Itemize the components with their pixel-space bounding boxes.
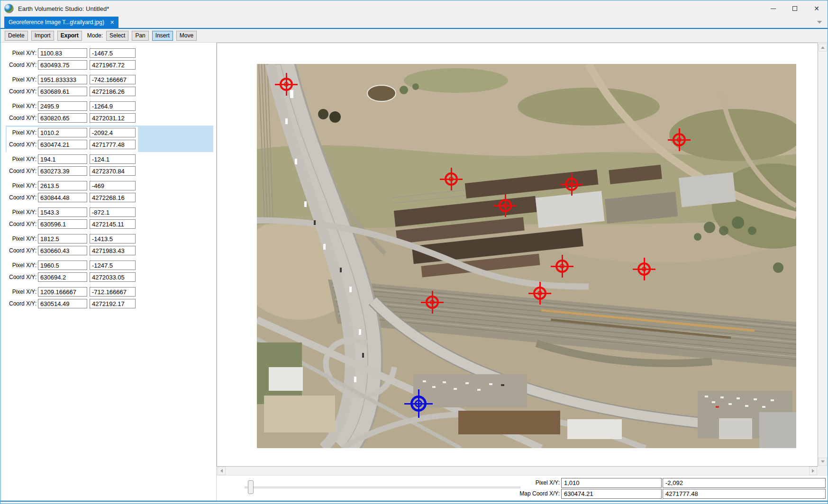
point-coord-x-input[interactable] xyxy=(38,113,87,123)
mode-pan-button[interactable]: Pan xyxy=(132,31,148,41)
point-pixel-x-input[interactable] xyxy=(38,75,87,84)
point-coord-label: Coord X/Y: xyxy=(8,274,36,280)
point-pixel-y-input[interactable] xyxy=(90,261,136,270)
point-pixel-x-input[interactable] xyxy=(38,207,87,217)
point-row[interactable]: Pixel X/Y:Coord X/Y: xyxy=(6,46,213,72)
minimize-button[interactable] xyxy=(762,0,784,17)
point-row[interactable]: Pixel X/Y:Coord X/Y: xyxy=(6,258,213,285)
horizontal-scrollbar[interactable] xyxy=(217,467,818,475)
point-coord-y-input[interactable] xyxy=(90,60,136,70)
delete-button[interactable]: Delete xyxy=(5,31,28,41)
aerial-photo[interactable] xyxy=(257,64,796,448)
point-coord-y-input[interactable] xyxy=(90,246,136,255)
point-pixel-x-input[interactable] xyxy=(38,181,87,190)
point-pixel-y-input[interactable] xyxy=(90,287,136,297)
point-coord-y-input[interactable] xyxy=(90,219,136,229)
point-row[interactable]: Pixel X/Y:Coord X/Y: xyxy=(6,152,213,179)
tab-georeference-image[interactable]: Georeference Image T...g\railyard.jpg) ✕ xyxy=(4,17,118,28)
point-pixel-x-input[interactable] xyxy=(38,128,87,137)
georef-point-panel: Pixel X/Y:Coord X/Y:Pixel X/Y:Coord X/Y:… xyxy=(0,43,217,501)
point-coord-x-input[interactable] xyxy=(38,193,87,202)
point-pixel-x-input[interactable] xyxy=(38,154,87,164)
point-coord-y-input[interactable] xyxy=(90,113,136,123)
point-pixel-row: Pixel X/Y: xyxy=(8,154,136,164)
point-coord-label: Coord X/Y: xyxy=(8,168,36,174)
point-pixel-x-input[interactable] xyxy=(38,234,87,243)
marker-inner-ring xyxy=(560,264,564,269)
zoom-slider-track[interactable] xyxy=(245,486,520,488)
point-pixel-x-input[interactable] xyxy=(38,48,87,58)
point-pixel-y-input[interactable] xyxy=(90,207,136,217)
scroll-up-icon[interactable] xyxy=(819,44,827,52)
point-pixel-x-input[interactable] xyxy=(38,287,87,297)
statusbar-coord-x-input[interactable] xyxy=(561,489,662,499)
status-bar: Pixel X/Y: Map Coord X/Y: xyxy=(217,475,828,501)
point-coord-x-input[interactable] xyxy=(38,219,87,229)
point-row[interactable]: Pixel X/Y:Coord X/Y: xyxy=(6,126,213,152)
statusbar-pixel-y-input[interactable] xyxy=(663,478,826,488)
point-coord-y-input[interactable] xyxy=(90,166,136,176)
point-coord-y-input[interactable] xyxy=(90,299,136,308)
point-coord-y-input[interactable] xyxy=(90,193,136,202)
point-pixel-y-input[interactable] xyxy=(90,101,136,111)
statusbar-coord-y-input[interactable] xyxy=(663,489,826,499)
point-row[interactable]: Pixel X/Y:Coord X/Y: xyxy=(6,99,213,126)
point-coord-x-input[interactable] xyxy=(38,272,87,282)
export-button[interactable]: Export xyxy=(57,31,82,41)
point-coord-y-input[interactable] xyxy=(90,272,136,282)
point-coord-x-input[interactable] xyxy=(38,60,87,70)
point-coord-x-input[interactable] xyxy=(38,166,87,176)
point-coord-y-input[interactable] xyxy=(90,140,136,149)
tab-overflow-icon[interactable] xyxy=(817,21,822,24)
main-split: Pixel X/Y:Coord X/Y:Pixel X/Y:Coord X/Y:… xyxy=(0,42,828,501)
point-pixel-x-input[interactable] xyxy=(38,261,87,270)
point-pixel-row: Pixel X/Y: xyxy=(8,128,136,137)
point-pixel-row: Pixel X/Y: xyxy=(8,234,136,243)
point-pixel-y-input[interactable] xyxy=(90,128,136,137)
point-pixel-label: Pixel X/Y: xyxy=(8,288,36,295)
point-pixel-y-input[interactable] xyxy=(90,154,136,164)
point-pixel-y-input[interactable] xyxy=(90,181,136,190)
point-coord-y-input[interactable] xyxy=(90,87,136,96)
scroll-left-icon[interactable] xyxy=(218,467,226,475)
mode-insert-button[interactable]: Insert xyxy=(152,31,173,41)
scroll-right-icon[interactable] xyxy=(809,467,817,475)
point-pixel-label: Pixel X/Y: xyxy=(8,235,36,242)
marker-inner-ring xyxy=(430,300,435,305)
point-row[interactable]: Pixel X/Y:Coord X/Y: xyxy=(6,232,213,258)
vertical-scrollbar[interactable] xyxy=(818,43,828,467)
close-button[interactable]: ✕ xyxy=(806,0,828,17)
zoom-slider-thumb[interactable] xyxy=(248,480,254,494)
scroll-down-icon[interactable] xyxy=(819,458,827,466)
statusbar-pixel-x-input[interactable] xyxy=(561,478,662,488)
import-button[interactable]: Import xyxy=(31,31,54,41)
point-row-inner: Pixel X/Y:Coord X/Y: xyxy=(7,233,138,260)
point-pixel-y-input[interactable] xyxy=(90,75,136,84)
point-pixel-x-input[interactable] xyxy=(38,101,87,111)
marker-inner-ring xyxy=(503,203,508,208)
point-row[interactable]: Pixel X/Y:Coord X/Y: xyxy=(6,72,213,99)
point-coord-label: Coord X/Y: xyxy=(8,115,36,121)
point-coord-x-input[interactable] xyxy=(38,299,87,308)
point-pixel-label: Pixel X/Y: xyxy=(8,76,36,83)
map-content: Pixel X/Y: Map Coord X/Y: xyxy=(217,43,828,501)
maximize-button[interactable] xyxy=(784,0,806,17)
point-row[interactable]: Pixel X/Y:Coord X/Y: xyxy=(6,285,213,311)
point-coord-x-input[interactable] xyxy=(38,87,87,96)
point-row[interactable]: Pixel X/Y:Coord X/Y: xyxy=(6,205,213,232)
point-row[interactable]: Pixel X/Y:Coord X/Y: xyxy=(6,179,213,205)
point-pixel-y-input[interactable] xyxy=(90,48,136,58)
mode-select-button[interactable]: Select xyxy=(106,31,128,41)
mode-move-button[interactable]: Move xyxy=(176,31,197,41)
point-row-inner: Pixel X/Y:Coord X/Y: xyxy=(7,74,138,101)
marker-inner-ring xyxy=(677,137,682,142)
point-coord-label: Coord X/Y: xyxy=(8,194,36,201)
point-coord-x-input[interactable] xyxy=(38,246,87,255)
point-coord-row: Coord X/Y: xyxy=(8,299,136,308)
tab-close-icon[interactable]: ✕ xyxy=(110,19,114,26)
image-canvas[interactable] xyxy=(217,43,818,467)
point-pixel-y-input[interactable] xyxy=(90,234,136,243)
point-pixel-row: Pixel X/Y: xyxy=(8,48,136,58)
marker-inner-ring xyxy=(537,291,542,296)
point-coord-x-input[interactable] xyxy=(38,140,87,149)
